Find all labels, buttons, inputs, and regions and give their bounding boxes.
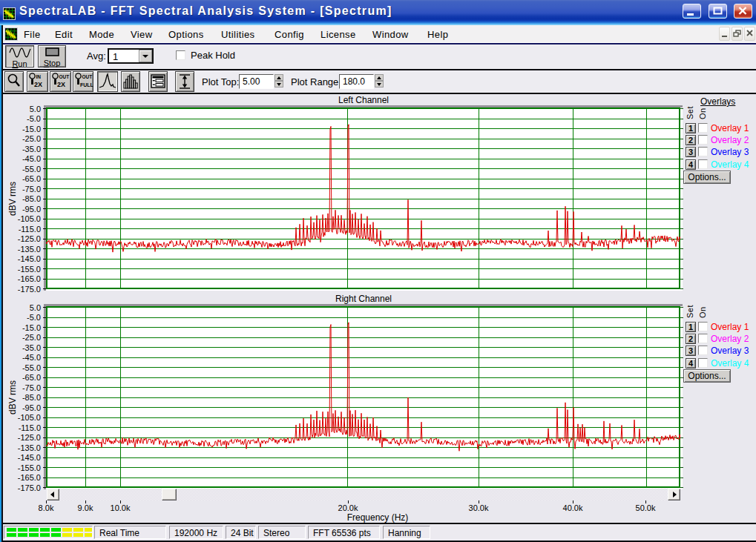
svg-text:2X: 2X <box>57 81 65 88</box>
svg-text:FULL: FULL <box>80 82 93 87</box>
svg-text:2X: 2X <box>34 81 42 88</box>
svg-text:IN: IN <box>36 74 42 79</box>
svg-text:OUT: OUT <box>59 74 70 79</box>
svg-text:OUT: OUT <box>82 74 93 79</box>
